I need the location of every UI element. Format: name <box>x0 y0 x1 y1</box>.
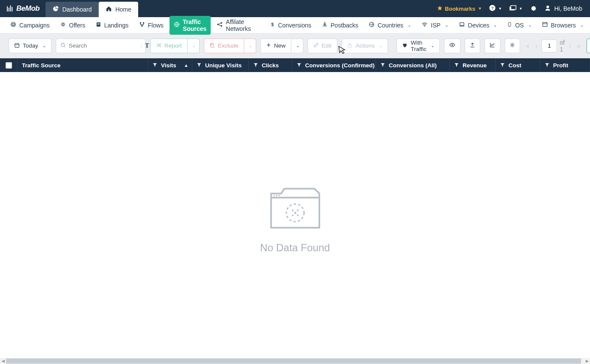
edit-button[interactable]: Edit <box>308 39 337 53</box>
bookmarks-button[interactable]: Bookmarks ▾ <box>437 5 481 12</box>
column-revenue[interactable]: Revenue <box>450 58 496 72</box>
new-button[interactable]: New <box>260 39 291 53</box>
grid-header: Traffic Source Visits ▴ Unique Visits Cl… <box>0 58 590 72</box>
toolbar: Today ⌄ T ⌄ Report ⌄ Exclude ⌄ New ⌄ Edi… <box>0 33 590 58</box>
calendar-icon <box>14 42 20 49</box>
pager-input[interactable] <box>542 39 557 52</box>
column-conversions-confirmed[interactable]: Conversions (Confirmed) <box>292 58 376 72</box>
chevron-down-icon: ⌄ <box>580 23 584 27</box>
svg-point-34 <box>273 195 275 196</box>
shuffle-icon <box>156 42 161 49</box>
nav-os[interactable]: OS ⌄ <box>503 19 536 31</box>
bookmarks-label: Bookmarks <box>445 6 475 12</box>
scroll-thumb[interactable] <box>6 358 581 364</box>
nav-flows[interactable]: Flows <box>135 19 168 31</box>
top-actions: Bookmarks ▾ ? ▾ ▾ Hi, BeMob <box>437 0 590 17</box>
column-unique-visits[interactable]: Unique Visits <box>192 58 249 72</box>
scroll-right-arrow[interactable]: ▶ <box>584 358 590 364</box>
svg-point-30 <box>61 43 65 46</box>
chevron-down-icon: ⌄ <box>445 23 448 27</box>
report-dropdown[interactable]: ⌄ <box>188 39 200 53</box>
exclude-dropdown[interactable]: ⌄ <box>244 39 256 53</box>
filter-icon <box>500 62 505 69</box>
chevron-down-icon: ⌄ <box>493 23 497 27</box>
svg-rect-25 <box>542 22 547 26</box>
chevron-down-icon: ⌄ <box>528 23 532 27</box>
filter-icon <box>197 62 202 69</box>
globe-icon <box>174 21 180 29</box>
export-icon <box>469 42 475 49</box>
column-conversions-all[interactable]: Conversions (All) <box>376 58 450 72</box>
nav-isp[interactable]: ISP ⌄ <box>417 19 453 31</box>
nav-traffic-sources[interactable]: Traffic Sources <box>169 16 211 35</box>
svg-point-12 <box>139 22 141 24</box>
svg-rect-29 <box>15 43 19 47</box>
chevron-down-icon: ▾ <box>499 6 501 11</box>
user-menu[interactable]: Hi, BeMob <box>545 5 582 12</box>
svg-point-21 <box>424 26 425 27</box>
with-traffic-button[interactable]: With Traffic ⌄ <box>396 39 440 53</box>
pager-last[interactable]: » <box>575 41 582 51</box>
nav-offers[interactable]: Offers <box>56 19 90 31</box>
app-logo[interactable]: BeMob <box>0 0 45 17</box>
column-cost[interactable]: Cost <box>496 58 540 72</box>
filter-icon <box>454 62 459 69</box>
tab-dashboard[interactable]: Dashboard <box>45 2 99 17</box>
columns-settings-button[interactable] <box>505 39 520 53</box>
windows-button[interactable]: ▾ <box>509 5 522 12</box>
exclude-button-group: Exclude ⌄ <box>204 39 256 53</box>
plus-icon <box>266 42 271 49</box>
scroll-left-arrow[interactable]: ◀ <box>0 358 6 364</box>
nav-postbacks[interactable]: Postbacks <box>318 19 363 31</box>
grid-body: No Data Found <box>0 72 590 358</box>
app-name: BeMob <box>16 4 39 13</box>
nav-countries[interactable]: Countries ⌄ <box>364 19 415 31</box>
checkbox-icon <box>6 62 12 69</box>
column-clicks[interactable]: Clicks <box>249 58 292 72</box>
dashboard-icon <box>52 6 59 13</box>
column-traffic-source[interactable]: Traffic Source <box>17 58 148 72</box>
exclude-button[interactable]: Exclude <box>204 39 244 53</box>
pager-prev[interactable]: ‹ <box>534 41 539 51</box>
view-button[interactable] <box>444 39 460 53</box>
phone-icon <box>507 21 512 29</box>
refresh-button[interactable]: Refresh <box>587 39 590 53</box>
pager-of-text: of 1 <box>560 39 565 53</box>
chevron-down-icon: ⌄ <box>431 44 434 48</box>
search-icon <box>61 42 66 49</box>
nav-devices[interactable]: Devices ⌄ <box>454 19 502 31</box>
export-button[interactable] <box>465 39 480 53</box>
file-icon <box>96 21 101 29</box>
svg-rect-10 <box>97 23 99 24</box>
tab-dashboard-label: Dashboard <box>62 6 92 13</box>
topbar: BeMob Dashboard Home Bookmarks ▾ ? ▾ <box>0 0 590 17</box>
filter-icon <box>253 62 258 69</box>
nav-landings[interactable]: Landings <box>91 19 133 31</box>
nav-conversions[interactable]: $ Conversions <box>266 19 316 31</box>
chevron-down-icon: ⌄ <box>42 44 46 48</box>
subnav: Campaigns Offers Landings Flows Traffic … <box>0 17 590 33</box>
chevron-down-icon: ⌄ <box>296 44 300 48</box>
report-button[interactable]: Report <box>150 39 188 53</box>
pager-first[interactable]: « <box>524 41 531 51</box>
column-visits[interactable]: Visits ▴ <box>148 58 192 72</box>
column-checkbox[interactable] <box>0 58 17 72</box>
date-range-button[interactable]: Today ⌄ <box>9 39 51 53</box>
nav-affiliate-networks[interactable]: Affilate Networks <box>212 16 255 35</box>
svg-point-33 <box>511 44 513 46</box>
svg-point-35 <box>276 195 277 196</box>
nav-browsers[interactable]: Browsers ⌄ <box>538 19 588 31</box>
actions-button[interactable]: Actions ⌄ <box>342 39 388 53</box>
nav-campaigns[interactable]: Campaigns <box>6 19 54 31</box>
settings-button[interactable] <box>529 4 537 13</box>
pager-next[interactable]: › <box>567 41 573 51</box>
horizontal-scrollbar[interactable]: ◀ ▶ <box>0 358 590 364</box>
svg-rect-3 <box>511 6 516 9</box>
help-button[interactable]: ? ▾ <box>489 4 501 13</box>
tab-home[interactable]: Home <box>99 2 138 17</box>
tab-home-label: Home <box>115 6 131 13</box>
search-input[interactable] <box>69 42 141 49</box>
new-dropdown[interactable]: ⌄ <box>291 39 303 53</box>
chart-button[interactable] <box>484 39 500 53</box>
column-profit[interactable]: Profit <box>540 58 590 72</box>
